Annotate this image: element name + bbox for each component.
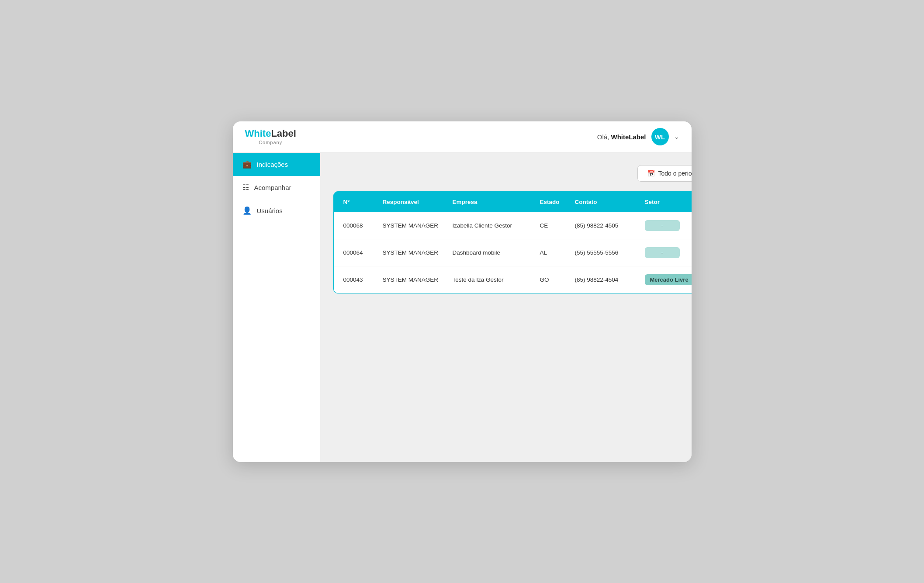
cell-setor-3: Mercado Livre [641,266,692,293]
period-button[interactable]: 📅 Todo o periodo [637,165,692,182]
cell-empresa-1: Izabella Cliente Gestor [449,214,536,237]
col-header-estado: Estado [536,192,571,212]
app-window: WhiteLabel Company Olá, WhiteLabel WL ⌄ … [233,121,692,462]
col-header-responsavel: Responsável [379,192,449,212]
avatar[interactable]: WL [651,128,669,145]
cell-estado-1: CE [536,214,571,237]
logo-white: White [245,128,271,139]
cell-empresa-3: Teste da Iza Gestor [449,269,536,291]
cell-contato-1: (85) 98822-4505 [571,214,641,237]
body-area: 💼 Indicações ☷ Acompanhar 👤 Usuários 📅 T… [233,153,692,462]
header-right: Olá, WhiteLabel WL ⌄ [597,128,679,145]
table-row: 000064 SYSTEM MANAGER Dashboard mobile A… [334,239,692,266]
cell-setor-1: - [641,212,692,239]
greeting: Olá, WhiteLabel [597,133,646,141]
col-header-numero: Nº [340,192,379,212]
sidebar: 💼 Indicações ☷ Acompanhar 👤 Usuários [233,153,320,462]
calendar-icon: 📅 [647,170,655,177]
greeting-name: WhiteLabel [611,133,646,141]
sidebar-item-acompanhar[interactable]: ☷ Acompanhar [233,176,320,199]
sidebar-item-indicacoes[interactable]: 💼 Indicações [233,153,320,176]
main-content: 📅 Todo o periodo + Cadastrar novo negóci… [320,153,692,462]
col-header-contato: Contato [571,192,641,212]
setor-badge-3: Mercado Livre [645,274,692,285]
logo-company: Company [245,140,296,145]
cell-contato-3: (85) 98822-4504 [571,269,641,291]
cell-contato-2: (55) 55555-5556 [571,241,641,264]
grid-icon: ☷ [242,183,249,192]
greeting-prefix: Olá, [597,133,611,141]
cell-responsavel-1: SYSTEM MANAGER [379,214,449,237]
chevron-down-icon[interactable]: ⌄ [674,133,679,140]
cell-responsavel-3: SYSTEM MANAGER [379,269,449,291]
table-row: 000068 SYSTEM MANAGER Izabella Cliente G… [334,212,692,239]
setor-badge-1: - [645,220,680,231]
cell-estado-2: AL [536,241,571,264]
header: WhiteLabel Company Olá, WhiteLabel WL ⌄ [233,121,692,153]
sidebar-item-label-indicacoes: Indicações [257,161,288,168]
table-header: Nº Responsável Empresa Estado Contato Se… [334,192,692,212]
logo-label-text: Label [271,128,296,139]
cell-setor-2: - [641,239,692,266]
cell-estado-3: GO [536,269,571,291]
logo-text: WhiteLabel [245,128,296,139]
cell-empresa-2: Dashboard mobile [449,241,536,264]
col-header-setor: Setor [641,192,692,212]
table-row: 000043 SYSTEM MANAGER Teste da Iza Gesto… [334,266,692,293]
cell-numero-2: 000064 [340,241,379,264]
cell-responsavel-2: SYSTEM MANAGER [379,241,449,264]
sidebar-item-label-acompanhar: Acompanhar [254,184,291,191]
sidebar-item-usuarios[interactable]: 👤 Usuários [233,199,320,222]
period-button-label: Todo o periodo [658,170,692,177]
cell-numero-1: 000068 [340,214,379,237]
sidebar-item-label-usuarios: Usuários [257,207,283,214]
user-icon: 👤 [242,206,252,215]
setor-badge-2: - [645,247,680,258]
toolbar: 📅 Todo o periodo + Cadastrar novo negóci… [333,165,692,182]
col-header-empresa: Empresa [449,192,536,212]
logo: WhiteLabel Company [245,128,296,145]
cell-numero-3: 000043 [340,269,379,291]
briefcase-icon: 💼 [242,160,252,169]
data-table: Nº Responsável Empresa Estado Contato Se… [333,191,692,293]
